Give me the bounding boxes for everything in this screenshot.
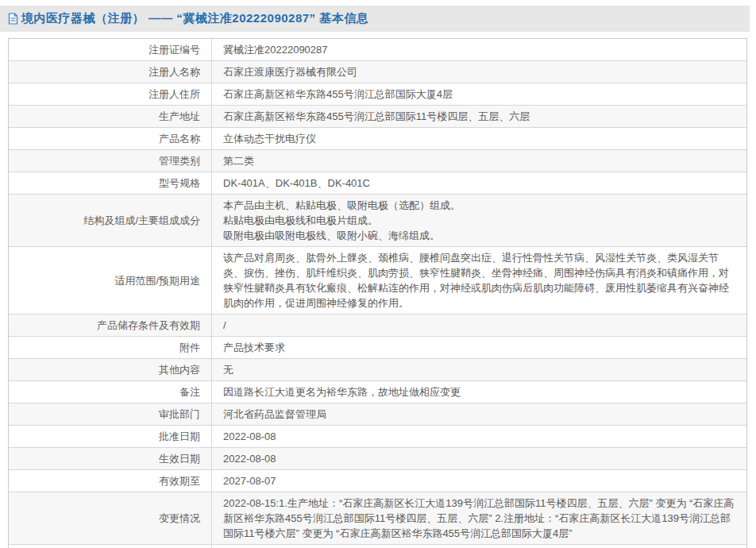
row-label: 生产地址 <box>9 106 212 127</box>
row-label: 附件 <box>9 337 212 358</box>
row-label: 注册证编号 <box>9 39 212 60</box>
row-value: 石家庄渡康医疗器械有限公司 <box>212 61 746 83</box>
table-row: 备注 因道路长江大道更名为裕华东路，故地址做相应变更 <box>9 381 746 403</box>
row-label: 产品储存条件及有效期 <box>9 315 212 336</box>
row-label: 变更情况 <box>9 492 212 544</box>
row-value: 产品技术要求 <box>212 337 746 358</box>
table-row: 生效日期 2022-08-08 <box>9 448 746 470</box>
row-label: 生效日期 <box>9 448 212 469</box>
row-label: 结构及组成/主要组成成分 <box>9 195 212 246</box>
row-value: 冀械注准20222090287 <box>212 39 746 60</box>
table-row: 注册人名称 石家庄渡康医疗器械有限公司 <box>9 61 746 83</box>
table-row: 注册人住所 石家庄高新区裕华东路455号润江总部国际大厦4层 <box>9 83 746 106</box>
table-row: 管理类别 第二类 <box>9 150 746 172</box>
row-value: 2022-08-08 <box>212 426 746 447</box>
row-value: 2022-08-15:1.生产地址：“石家庄高新区长江大道139号润江总部国际1… <box>212 492 746 544</box>
table-row: 产品名称 立体动态干扰电疗仪 <box>9 128 746 150</box>
row-label: 型号规格 <box>9 172 212 194</box>
table-row: 适用范围/预期用途 该产品对肩周炎、肱骨外上髁炎、颈椎病、腰椎间盘突出症、退行性… <box>9 247 746 315</box>
table-row: 有效期至 2027-08-07 <box>9 470 746 492</box>
row-label: 注册人名称 <box>9 61 212 83</box>
row-label: 备注 <box>9 381 212 403</box>
row-label: 审批部门 <box>9 403 212 425</box>
table-row: 生产地址 石家庄高新区裕华东路455号润江总部国际11号楼四层、五层、六层 <box>9 106 746 128</box>
page-header: 境内医疗器械（注册） —— “冀械注准20222090287” 基本信息 <box>0 6 750 32</box>
table-row: 审批部门 河北省药品监督管理局 <box>9 403 746 426</box>
row-value: 石家庄高新区裕华东路455号润江总部国际11号楼四层、五层、六层 <box>212 106 746 127</box>
table-row: 变更情况 2022-08-15:1.生产地址：“石家庄高新区长江大道139号润江… <box>9 492 746 545</box>
row-value: 河北省药品监督管理局 <box>212 403 746 425</box>
row-value: DK-401A、DK-401B、DK-401C <box>212 172 746 194</box>
row-label: 批准日期 <box>9 426 212 447</box>
row-value: 2027-08-07 <box>212 470 746 492</box>
row-label: 产品名称 <box>9 128 212 149</box>
table-row: 结构及组成/主要组成成分 本产品由主机、粘贴电极、吸附电极（选配）组成。 粘贴电… <box>9 195 746 247</box>
row-value: 立体动态干扰电疗仪 <box>212 128 746 149</box>
table-row: 附件 产品技术要求 <box>9 337 746 359</box>
row-label: 有效期至 <box>9 470 212 492</box>
page-title: 境内医疗器械（注册） —— “冀械注准20222090287” 基本信息 <box>21 11 368 26</box>
row-value: 本产品由主机、粘贴电极、吸附电极（选配）组成。 粘贴电极由电极线和电极片组成。 … <box>212 195 746 246</box>
table-row: 其他内容 无 <box>9 359 746 381</box>
registration-info-table: 注册证编号 冀械注准20222090287 注册人名称 石家庄渡康医疗器械有限公… <box>8 38 747 548</box>
row-label: 其他内容 <box>9 359 212 380</box>
table-row: 注册证编号 冀械注准20222090287 <box>9 39 746 61</box>
row-label: 适用范围/预期用途 <box>9 247 212 314</box>
row-label: 管理类别 <box>9 150 212 172</box>
row-value: 第二类 <box>212 150 746 172</box>
table-row: 产品储存条件及有效期 / <box>9 315 746 337</box>
table-row: 批准日期 2022-08-08 <box>9 426 746 448</box>
row-value: 2022-08-08 <box>212 448 746 469</box>
row-value: 石家庄高新区裕华东路455号润江总部国际大厦4层 <box>212 83 746 105</box>
row-label: 注册人住所 <box>9 83 212 105</box>
row-value: 该产品对肩周炎、肱骨外上髁炎、颈椎病、腰椎间盘突出症、退行性骨性关节病、风湿性关… <box>212 247 746 314</box>
table-row: 型号规格 DK-401A、DK-401B、DK-401C <box>9 172 746 195</box>
table-row-note: 注 详情 <box>9 545 746 548</box>
row-value: 无 <box>212 359 746 380</box>
row-value: 因道路长江大道更名为裕华东路，故地址做相应变更 <box>212 381 746 403</box>
document-icon <box>8 13 18 25</box>
row-label: 注 <box>9 545 212 548</box>
row-value: 详情 <box>212 545 746 548</box>
row-value: / <box>212 315 746 336</box>
page: { "header": { "icon": "document-icon", "… <box>0 0 756 548</box>
